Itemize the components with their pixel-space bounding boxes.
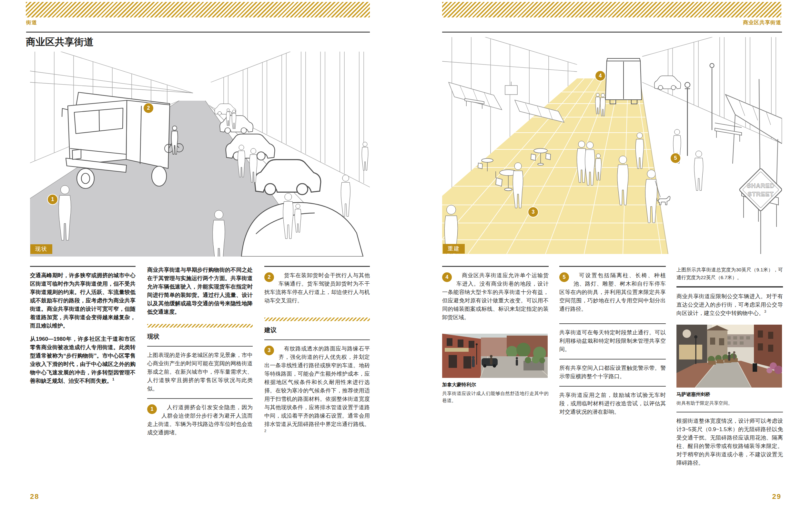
separator [677,412,783,412]
page-left: 街道 商业区共享街道 [0,0,406,526]
figure-state-label: 重建 [443,244,465,254]
pilot-paragraph: 共享街道应用之前，鼓励城市试验无车时段，或用临时材料进行改造尝试，以评估其对交通… [559,391,666,416]
item-2-text: 货车在装卸货时会干扰行人与其他车辆通行。货车驾驶员卸货时为不干扰车流将车停在人行… [264,272,370,305]
item-number-badge: 4 [442,272,452,282]
callout-marker-4: 4 [595,70,606,81]
intro-paragraph-2: 从1960—1980年，许多社区主干道和市区零售商业街被改造成行人专用街道。此类… [30,335,135,385]
tactile-warning-paragraph: 所有共享空间入口都应设置触觉警示带。警示带应横跨整个十字路口。 [559,364,666,381]
hatch-bar [26,2,370,17]
separator [559,386,666,386]
photo-cambridge-figure: 马萨诸塞州剑桥 街具有助于限定共享空间。 [677,325,783,407]
item-number-badge: 2 [264,272,274,282]
photo-caption-text: 共享街道应设计成人们能够自然舒适地行走其中的巷道。 [442,390,549,404]
clear-path-paragraph: 根据街道整体宽度情况，设计师可以考虑设计3~5英尺（0.9~1.5米）的无阻碍路… [677,417,783,467]
column-rule [30,266,135,267]
book-spread: 街道 商业区共享街道 [0,0,812,526]
footnote-ref-1: 1 [112,377,114,381]
item-number-badge: 3 [264,346,274,355]
photo-montreal-figure: 加拿大蒙特利尔 共享街道应设计成人们能够自然舒适地行走其中的巷道。 [442,334,549,404]
separator [559,359,666,360]
page-number-left: 28 [30,493,39,501]
separator [147,398,253,399]
callout-marker-1: 1 [47,194,58,205]
montreal-photo [442,334,548,378]
column-intro: 交通高峰期时，许多狭窄或拥挤的城市中心区街道可临时作为共享街道使用，但不受共享街… [30,266,135,390]
existing-conditions-illustration: 1 2 现状 [30,52,370,257]
column-rule [559,266,666,267]
section-kicker: 商业区共享街道 [743,19,781,26]
column-rule [264,266,370,267]
section-kicker: 街道 [26,19,37,26]
photo-caption-text: 街具有助于限定共享空间。 [677,399,783,407]
figure-note: 上图所示共享街道总宽度为30英尺（9.1米），可通行宽度为22英尺（6.7米）。 [677,266,783,281]
heading-existing: 现状 [147,332,253,341]
separator [264,339,370,340]
separator-thick [677,286,783,288]
shared-street-sign-line1: SHARED [747,182,774,189]
existing-paragraph: 上图表现的是许多老城区的常见景象，市中心商业街产生的时间可能在宽阔的网格街道形成… [147,351,253,393]
cambridge-photo [677,325,782,388]
intro-paragraph-2-text: 从1960—1980年，许多社区主干道和市区零售商业街被改造成行人专用街道。此类… [30,336,135,384]
column-rule [442,266,549,267]
column-loading: 4 商业区共享街道应允许单个运输货车进入。没有商业街巷的地段，设计一条能容纳大型… [442,266,549,409]
hatch-bar [442,2,781,17]
separator [559,323,666,324]
item-1-text: 人行道拥挤会引发安全隐患，因为人群会迫使部分步行者为避开人流而走上街道。车辆为寻… [147,404,253,437]
transit-paragraph: 商业共享街道应限制公交车辆进入。对于有直达公交进入的步行街，可考虑采用公交导向区… [677,292,783,318]
column-existing: 商业共享街道与早期步行购物街的不同之处在于其管理与实施运行两个方面。共享街道允许… [147,266,253,442]
redesign-illustration: SHARED STREET 3 4 5 重建 [442,37,782,254]
separator [147,346,253,347]
callout-marker-3: 3 [528,206,539,218]
closure-paragraph: 共享街道可在每天特定时段禁止通行。可以利用移动盆栽和特定时段限制来管理共享空间。 [559,328,666,354]
column-recommendations: 2 货车在装卸货时会干扰行人与其他车辆通行。货车驾驶员卸货时为不干扰车流将车停在… [264,266,370,442]
hatch-divider [147,324,253,327]
item-number-badge: 1 [147,404,157,414]
page-title: 商业区共享街道 [26,35,93,49]
street-scene-drawing [30,52,370,257]
numbered-item-3: 3 有纹路或透水的路面应与路缘石平齐，强化街道的行人优先权，并划定出一条非线性通… [264,345,370,442]
item-number-badge: 5 [559,272,569,282]
heading-recommendations: 建议 [264,326,370,334]
numbered-item-2: 2 货车在装卸货时会干扰行人与其他车辆通行。货车驾驶员卸货时为不干扰车流将车停在… [264,272,370,310]
numbered-item-1: 1 人行道拥挤会引发安全隐患，因为人群会迫使部分步行者为避开人流而走上街道。车辆… [147,404,253,442]
callout-marker-5: 5 [670,152,681,164]
item-3-text: 有纹路或透水的路面应与路缘石平齐，强化街道的行人优先权，并划定出一条非线性通行路… [264,345,370,437]
photo-caption-title: 加拿大蒙特利尔 [442,382,549,388]
transit-paragraph-text: 商业共享街道应限制公交车辆进入。对于有直达公交进入的步行街，可考虑采用公交导向区… [677,293,783,316]
header-rule [26,32,370,33]
item-4-text: 商业区共享街道应允许单个运输货车进入。没有商业街巷的地段，设计一条能容纳大型卡车… [442,272,549,322]
column-dimensions: 上图所示共享街道总宽度为30英尺（9.1米），可通行宽度为22英尺（6.7米）。… [677,266,783,472]
header-rule [442,32,782,33]
numbered-item-4: 4 商业区共享街道应允许单个运输货车进入。没有商业街巷的地段，设计一条能容纳大型… [442,272,549,326]
item-3-body: 有纹路或透水的路面应与路缘石平齐，强化街道的行人优先权，并划定出一条非线性通行路… [264,346,370,427]
shared-street-intro: 商业共享街道与早期步行购物街的不同之处在于其管理与实施运行两个方面。共享街道允许… [147,266,253,316]
shared-street-sign-line2: STREET [748,191,774,198]
callout-marker-2: 2 [143,103,154,114]
item-5-text: 可设置包括隔离柱、长椅、种植池、路灯、雕塑、树木和自行车停车区等在内的街具，并利… [559,272,666,313]
page-right: 商业区共享街道 [406,0,812,526]
numbered-item-5: 5 可设置包括隔离柱、长椅、种植池、路灯、雕塑、树木和自行车停车区等在内的街具，… [559,272,666,318]
page-number-right: 29 [772,493,781,501]
figure-state-label: 现状 [30,244,52,254]
photo-caption-title: 马萨诸塞州剑桥 [677,392,783,397]
hatch-divider [264,318,370,321]
intro-paragraph-1: 交通高峰期时，许多狭窄或拥挤的城市中心区街道可临时作为共享街道使用，但不受共享街… [30,272,135,330]
footnote-ref-3: 3 [764,309,766,313]
footnote-ref-2: 2 [264,429,266,433]
column-furnishings: 5 可设置包括隔离柱、长椅、种植池、路灯、雕塑、树木和自行车停车区等在内的街具，… [559,266,666,421]
shared-street-scene-drawing: SHARED STREET [442,37,782,254]
